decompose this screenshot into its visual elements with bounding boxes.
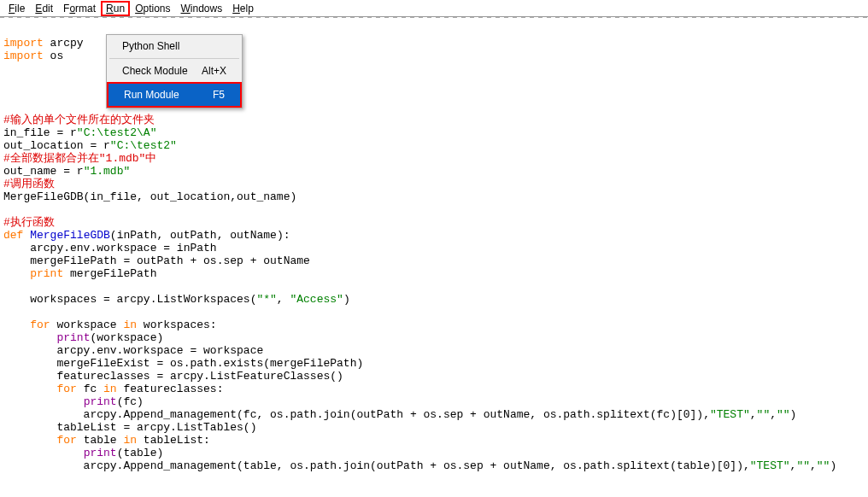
menu-format[interactable]: Format <box>58 1 101 16</box>
dropdown-run-module-frame: Run ModuleF5 <box>107 82 242 108</box>
keyword-import: import <box>3 37 50 50</box>
code-text <box>3 447 84 459</box>
module-name: os <box>50 50 64 62</box>
menu-help[interactable]: Help <box>227 1 259 16</box>
code-text <box>3 395 84 408</box>
code-text: , <box>750 408 757 421</box>
menu-run[interactable]: Run <box>101 1 130 16</box>
string-literal: "C:\test2\A" <box>77 126 157 139</box>
keyword-def: def <box>3 229 30 242</box>
string-literal: "1.mdb" <box>84 165 131 178</box>
dropdown-check-module[interactable]: Check ModuleAlt+X <box>107 60 242 82</box>
keyword-import: import <box>3 50 50 62</box>
code-text: (table) <box>117 447 164 459</box>
keyword-print: print <box>30 267 70 280</box>
code-text: out_location = r <box>3 139 110 152</box>
keyword-in: in <box>123 434 143 447</box>
string-literal: "TEST" <box>750 459 790 472</box>
string-literal: "" <box>817 459 830 472</box>
menubar: File Edit Format Run Options Windows Hel… <box>0 0 868 17</box>
code-text: ]), <box>690 408 710 421</box>
code-text: ) <box>830 459 836 472</box>
comment: #全部数据都合并在"1.mdb"中 <box>3 152 156 165</box>
module-name: arcpy <box>50 37 84 50</box>
code-text: (inPath, outPath, outName): <box>110 229 290 242</box>
code-text: (fc) <box>117 395 144 408</box>
code-text: workspaces: <box>144 319 217 331</box>
code-text <box>3 331 56 344</box>
comment: #调用函数 <box>3 178 55 190</box>
code-text: ) <box>790 408 797 421</box>
string-literal: "TEST" <box>710 408 750 421</box>
code-text: tableList = arcpy.ListTables() <box>3 421 256 434</box>
code-text: arcpy.env.workspace = workspace <box>3 344 263 357</box>
dropdown-python-shell[interactable]: Python Shell <box>107 35 242 57</box>
code-text: ]), <box>730 459 749 472</box>
string-literal: "" <box>796 459 810 472</box>
code-text: in_file = r <box>3 126 77 139</box>
menu-file[interactable]: File <box>3 1 30 16</box>
builtin-print: print <box>84 447 117 459</box>
code-text <box>3 383 56 395</box>
comment: #执行函数 <box>3 216 55 229</box>
string-literal: "" <box>777 408 790 421</box>
keyword-in: in <box>123 319 143 331</box>
keyword-in: in <box>103 383 123 395</box>
code-text: mergeFilePath = outPath + os.sep + outNa… <box>3 254 310 267</box>
string-literal: "" <box>757 408 771 421</box>
code-text: , <box>770 408 777 421</box>
code-text: (workspace) <box>90 331 163 344</box>
code-text: featureclasses = arcpy.ListFeatureClasse… <box>3 370 343 383</box>
number: 0 <box>683 408 690 421</box>
builtin-print: print <box>84 395 117 408</box>
code-text: arcpy.env.workspace = inPath <box>3 242 217 254</box>
dropdown-run-module[interactable]: Run ModuleF5 <box>108 84 240 106</box>
code-text <box>3 434 56 447</box>
string-literal: "*" <box>256 293 276 306</box>
code-text: tableList: <box>144 434 210 447</box>
code-text: fc <box>84 383 103 395</box>
keyword-for: for <box>56 383 83 395</box>
menu-windows[interactable]: Windows <box>176 1 228 16</box>
code-text: mergeFilePath <box>70 267 156 280</box>
code-text: , <box>277 293 290 306</box>
code-text: featureclasses: <box>123 383 223 395</box>
run-dropdown: Python Shell Check ModuleAlt+X Run Modul… <box>106 34 243 108</box>
string-literal: "Access" <box>290 293 343 306</box>
code-text: table <box>84 434 124 447</box>
code-text: arcpy.Append_management(table, os.path.j… <box>3 459 724 472</box>
code-text: , <box>810 459 817 472</box>
code-text <box>3 267 30 280</box>
string-literal: "C:\test2" <box>110 139 177 152</box>
dropdown-divider <box>109 58 239 59</box>
builtin-print: print <box>56 331 90 344</box>
separator-line <box>0 17 868 18</box>
code-text: workspaces = arcpy.ListWorkspaces( <box>3 293 256 306</box>
code-text: out_name = r <box>3 165 84 178</box>
function-name: MergeFileGDB <box>30 229 110 242</box>
code-text: mergeFileExist = os.path.exists(mergeFil… <box>3 357 363 370</box>
code-text: MergeFileGDB(in_file, out_location,out_n… <box>3 190 296 203</box>
code-text: ) <box>343 293 350 306</box>
code-text: arcpy.Append_management(fc, os.path.join… <box>3 408 683 421</box>
code-text: workspace <box>56 319 123 331</box>
comment: #输入的单个文件所在的文件夹 <box>3 114 155 126</box>
code-text <box>3 319 30 331</box>
keyword-for: for <box>30 319 56 331</box>
keyword-for: for <box>56 434 83 447</box>
menu-options[interactable]: Options <box>130 1 175 16</box>
menu-edit[interactable]: Edit <box>30 1 58 16</box>
